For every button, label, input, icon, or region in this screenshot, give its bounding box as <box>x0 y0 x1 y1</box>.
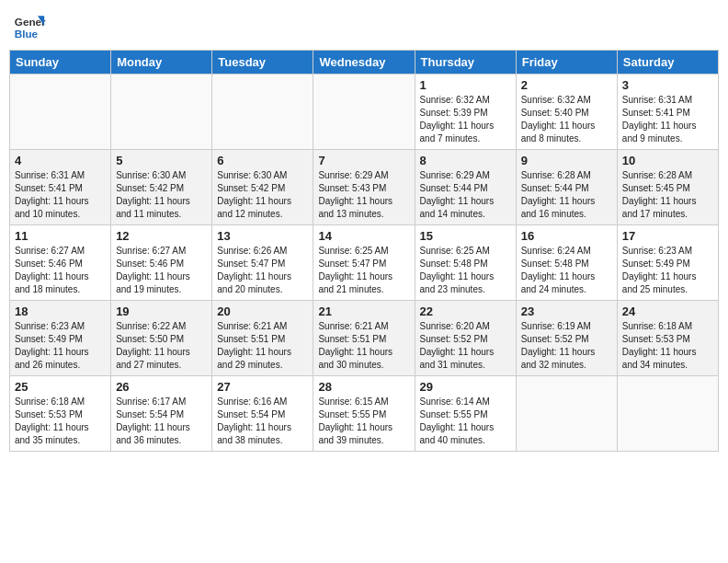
calendar-cell <box>212 75 313 150</box>
day-info: Sunrise: 6:31 AM Sunset: 5:41 PM Dayligh… <box>622 94 713 145</box>
day-info: Sunrise: 6:30 AM Sunset: 5:42 PM Dayligh… <box>217 169 308 221</box>
day-number: 28 <box>318 380 409 394</box>
day-header-wednesday: Wednesday <box>313 51 415 75</box>
calendar-cell: 17Sunrise: 6:23 AM Sunset: 5:49 PM Dayli… <box>617 225 718 301</box>
calendar-cell: 25Sunrise: 6:18 AM Sunset: 5:53 PM Dayli… <box>10 376 111 452</box>
day-number: 17 <box>622 229 713 243</box>
day-number: 9 <box>521 154 612 167</box>
day-header-monday: Monday <box>111 51 212 75</box>
day-number: 21 <box>318 304 409 318</box>
day-number: 16 <box>521 229 612 243</box>
calendar-cell: 15Sunrise: 6:25 AM Sunset: 5:48 PM Dayli… <box>415 225 516 301</box>
calendar-cell: 6Sunrise: 6:30 AM Sunset: 5:42 PM Daylig… <box>212 150 313 225</box>
day-info: Sunrise: 6:18 AM Sunset: 5:53 PM Dayligh… <box>622 320 713 372</box>
day-info: Sunrise: 6:27 AM Sunset: 5:46 PM Dayligh… <box>116 245 207 296</box>
day-info: Sunrise: 6:29 AM Sunset: 5:44 PM Dayligh… <box>420 169 511 221</box>
day-number: 11 <box>15 229 106 243</box>
calendar-week-row: 11Sunrise: 6:27 AM Sunset: 5:46 PM Dayli… <box>10 225 719 301</box>
calendar-cell: 5Sunrise: 6:30 AM Sunset: 5:42 PM Daylig… <box>111 150 212 225</box>
day-info: Sunrise: 6:20 AM Sunset: 5:52 PM Dayligh… <box>420 320 511 372</box>
day-info: Sunrise: 6:29 AM Sunset: 5:43 PM Dayligh… <box>318 169 409 221</box>
day-info: Sunrise: 6:30 AM Sunset: 5:42 PM Dayligh… <box>116 169 207 221</box>
day-number: 29 <box>420 380 511 394</box>
day-number: 1 <box>420 78 511 92</box>
day-info: Sunrise: 6:15 AM Sunset: 5:55 PM Dayligh… <box>318 396 409 447</box>
day-info: Sunrise: 6:17 AM Sunset: 5:54 PM Dayligh… <box>116 396 207 447</box>
calendar-cell <box>313 75 415 150</box>
day-number: 25 <box>15 380 106 394</box>
calendar-cell: 2Sunrise: 6:32 AM Sunset: 5:40 PM Daylig… <box>516 75 617 150</box>
day-number: 12 <box>116 229 207 243</box>
calendar-cell: 1Sunrise: 6:32 AM Sunset: 5:39 PM Daylig… <box>415 75 516 150</box>
day-header-saturday: Saturday <box>617 51 718 75</box>
day-number: 26 <box>116 380 207 394</box>
calendar-week-row: 18Sunrise: 6:23 AM Sunset: 5:49 PM Dayli… <box>10 301 719 376</box>
day-info: Sunrise: 6:16 AM Sunset: 5:54 PM Dayligh… <box>217 396 308 447</box>
day-info: Sunrise: 6:22 AM Sunset: 5:50 PM Dayligh… <box>116 320 207 372</box>
calendar-cell: 24Sunrise: 6:18 AM Sunset: 5:53 PM Dayli… <box>617 301 718 376</box>
calendar-cell <box>617 376 718 452</box>
calendar-week-row: 25Sunrise: 6:18 AM Sunset: 5:53 PM Dayli… <box>10 376 719 452</box>
day-info: Sunrise: 6:24 AM Sunset: 5:48 PM Dayligh… <box>521 245 612 296</box>
calendar-cell: 12Sunrise: 6:27 AM Sunset: 5:46 PM Dayli… <box>111 225 212 301</box>
calendar-cell <box>111 75 212 150</box>
day-number: 3 <box>622 78 713 92</box>
day-number: 4 <box>15 154 106 167</box>
logo: General Blue <box>13 9 46 42</box>
day-info: Sunrise: 6:26 AM Sunset: 5:47 PM Dayligh… <box>217 245 308 296</box>
day-info: Sunrise: 6:27 AM Sunset: 5:46 PM Dayligh… <box>15 245 106 296</box>
day-info: Sunrise: 6:14 AM Sunset: 5:55 PM Dayligh… <box>420 396 511 447</box>
calendar-cell: 19Sunrise: 6:22 AM Sunset: 5:50 PM Dayli… <box>111 301 212 376</box>
calendar-cell: 4Sunrise: 6:31 AM Sunset: 5:41 PM Daylig… <box>10 150 111 225</box>
day-info: Sunrise: 6:25 AM Sunset: 5:48 PM Dayligh… <box>420 245 511 296</box>
calendar-week-row: 1Sunrise: 6:32 AM Sunset: 5:39 PM Daylig… <box>10 75 719 150</box>
day-info: Sunrise: 6:28 AM Sunset: 5:44 PM Dayligh… <box>521 169 612 221</box>
calendar-cell <box>516 376 617 452</box>
day-info: Sunrise: 6:28 AM Sunset: 5:45 PM Dayligh… <box>622 169 713 221</box>
day-header-tuesday: Tuesday <box>212 51 313 75</box>
day-info: Sunrise: 6:21 AM Sunset: 5:51 PM Dayligh… <box>318 320 409 372</box>
calendar-cell: 10Sunrise: 6:28 AM Sunset: 5:45 PM Dayli… <box>617 150 718 225</box>
day-header-sunday: Sunday <box>10 51 111 75</box>
day-info: Sunrise: 6:31 AM Sunset: 5:41 PM Dayligh… <box>15 169 106 221</box>
day-number: 8 <box>420 154 511 167</box>
day-info: Sunrise: 6:25 AM Sunset: 5:47 PM Dayligh… <box>318 245 409 296</box>
calendar-cell: 26Sunrise: 6:17 AM Sunset: 5:54 PM Dayli… <box>111 376 212 452</box>
header: General Blue <box>9 9 719 42</box>
calendar-cell: 13Sunrise: 6:26 AM Sunset: 5:47 PM Dayli… <box>212 225 313 301</box>
calendar-cell: 11Sunrise: 6:27 AM Sunset: 5:46 PM Dayli… <box>10 225 111 301</box>
calendar-cell <box>10 75 111 150</box>
day-info: Sunrise: 6:32 AM Sunset: 5:39 PM Dayligh… <box>420 94 511 145</box>
calendar-cell: 9Sunrise: 6:28 AM Sunset: 5:44 PM Daylig… <box>516 150 617 225</box>
day-info: Sunrise: 6:21 AM Sunset: 5:51 PM Dayligh… <box>217 320 308 372</box>
day-info: Sunrise: 6:23 AM Sunset: 5:49 PM Dayligh… <box>622 245 713 296</box>
day-number: 24 <box>622 304 713 318</box>
day-number: 6 <box>217 154 308 167</box>
day-number: 15 <box>420 229 511 243</box>
day-number: 19 <box>116 304 207 318</box>
day-info: Sunrise: 6:32 AM Sunset: 5:40 PM Dayligh… <box>521 94 612 145</box>
day-header-friday: Friday <box>516 51 617 75</box>
svg-text:Blue: Blue <box>15 28 39 40</box>
day-number: 13 <box>217 229 308 243</box>
day-number: 5 <box>116 154 207 167</box>
day-number: 14 <box>318 229 409 243</box>
calendar-header-row: SundayMondayTuesdayWednesdayThursdayFrid… <box>10 51 719 75</box>
day-info: Sunrise: 6:23 AM Sunset: 5:49 PM Dayligh… <box>15 320 106 372</box>
calendar-table: SundayMondayTuesdayWednesdayThursdayFrid… <box>9 50 719 452</box>
calendar-cell: 23Sunrise: 6:19 AM Sunset: 5:52 PM Dayli… <box>516 301 617 376</box>
day-number: 23 <box>521 304 612 318</box>
day-header-thursday: Thursday <box>415 51 516 75</box>
day-number: 27 <box>217 380 308 394</box>
day-info: Sunrise: 6:19 AM Sunset: 5:52 PM Dayligh… <box>521 320 612 372</box>
calendar-cell: 28Sunrise: 6:15 AM Sunset: 5:55 PM Dayli… <box>313 376 415 452</box>
calendar-cell: 16Sunrise: 6:24 AM Sunset: 5:48 PM Dayli… <box>516 225 617 301</box>
day-info: Sunrise: 6:18 AM Sunset: 5:53 PM Dayligh… <box>15 396 106 447</box>
day-number: 2 <box>521 78 612 92</box>
calendar-cell: 21Sunrise: 6:21 AM Sunset: 5:51 PM Dayli… <box>313 301 415 376</box>
day-number: 22 <box>420 304 511 318</box>
day-number: 10 <box>622 154 713 167</box>
calendar-cell: 27Sunrise: 6:16 AM Sunset: 5:54 PM Dayli… <box>212 376 313 452</box>
calendar-cell: 22Sunrise: 6:20 AM Sunset: 5:52 PM Dayli… <box>415 301 516 376</box>
calendar-cell: 29Sunrise: 6:14 AM Sunset: 5:55 PM Dayli… <box>415 376 516 452</box>
